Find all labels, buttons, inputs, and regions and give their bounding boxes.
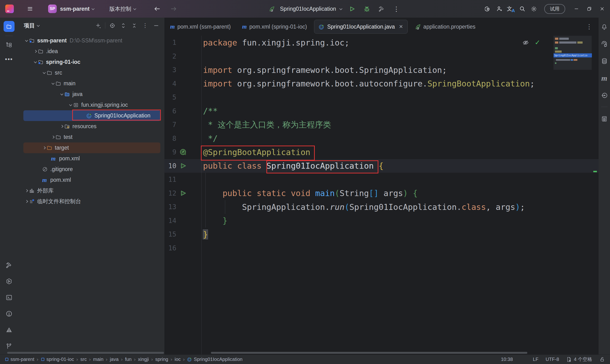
caret-position[interactable]: 10:38 bbox=[501, 357, 513, 362]
indent-setting[interactable]: 4 个空格 bbox=[566, 356, 592, 363]
tree-item-resources[interactable]: resources bbox=[23, 121, 160, 132]
maven-tool-icon[interactable]: m bbox=[599, 73, 610, 83]
project-tool-button[interactable] bbox=[4, 21, 14, 32]
code-line-12[interactable]: 12 public static void main(String[] args… bbox=[164, 186, 598, 200]
options-kebab-icon[interactable]: ⋮ bbox=[141, 21, 149, 29]
code-line-14[interactable]: 14 } bbox=[164, 214, 598, 228]
breadcrumb-ioc[interactable]: ioc bbox=[175, 357, 181, 362]
tree-chevron-icon[interactable] bbox=[59, 93, 64, 95]
file-encoding[interactable]: UTF-8 bbox=[546, 357, 559, 362]
editor-hscrollbar[interactable] bbox=[211, 352, 527, 354]
tab-options-kebab-icon[interactable]: ⋮ bbox=[586, 23, 598, 30]
more-tools-icon[interactable]: ••• bbox=[5, 55, 13, 63]
locate-file-icon[interactable] bbox=[108, 21, 116, 29]
tree-item-spring-01-ioc[interactable]: spring-01-ioc bbox=[23, 57, 160, 67]
breadcrumb-spring-01-ioc[interactable]: spring-01-ioc bbox=[41, 357, 74, 362]
tree-chevron-icon[interactable] bbox=[50, 82, 55, 85]
tree-item-test[interactable]: test bbox=[23, 132, 160, 143]
back-button[interactable] bbox=[153, 4, 162, 13]
debug-button[interactable] bbox=[362, 4, 372, 13]
notifications-bell-icon[interactable] bbox=[599, 21, 610, 32]
trial-badge[interactable]: 试用 bbox=[544, 4, 565, 14]
tree-chevron-icon[interactable] bbox=[59, 125, 64, 128]
tree-chevron-icon[interactable] bbox=[68, 104, 73, 106]
tree-item-ssm-parent[interactable]: ssm-parentD:\0-SSM\ssm-parent bbox=[23, 35, 160, 46]
tree-item-pom-xml[interactable]: mpom.xml bbox=[23, 153, 160, 164]
project-name[interactable]: ssm-parent bbox=[60, 6, 90, 12]
lock-icon[interactable] bbox=[599, 356, 605, 362]
minimap[interactable]: Spring01IocApplicatio bbox=[553, 36, 592, 70]
code-line-6[interactable]: 6/** bbox=[164, 104, 598, 118]
git-branch-icon[interactable] bbox=[4, 341, 14, 351]
tree-item-pom-xml[interactable]: mpom.xml bbox=[23, 175, 160, 185]
tree-chevron-icon[interactable] bbox=[50, 136, 55, 138]
tree-chevron-icon[interactable] bbox=[24, 200, 29, 203]
services-tool-button[interactable] bbox=[4, 276, 14, 287]
forward-button[interactable] bbox=[169, 4, 178, 13]
dependencies-tool-icon[interactable] bbox=[599, 90, 610, 101]
tree-item-临时文件和控制台[interactable]: 临时文件和控制台 bbox=[23, 196, 160, 207]
spring-bean-gutter-icon[interactable] bbox=[176, 149, 201, 156]
code-line-4[interactable]: 4import org.springframework.boot.autocon… bbox=[164, 77, 598, 91]
tree-item-idea[interactable]: .idea bbox=[23, 46, 160, 57]
code-line-2[interactable]: 2 bbox=[164, 50, 598, 63]
code-line-13[interactable]: 13 SpringApplication.run(Spring01IocAppl… bbox=[164, 200, 598, 214]
project-panel-title[interactable]: 项目 bbox=[24, 22, 35, 29]
expand-all-icon[interactable] bbox=[119, 21, 127, 29]
search-everywhere-icon[interactable] bbox=[518, 4, 527, 13]
tree-item-fun-xingji-spring-ioc[interactable]: fun.xingji.spring.ioc bbox=[23, 100, 160, 110]
code-line-11[interactable]: 11 bbox=[164, 173, 598, 186]
tree-item-target[interactable]: target bbox=[23, 143, 160, 153]
breadcrumb-java[interactable]: java bbox=[110, 357, 119, 362]
project-hscrollbar[interactable] bbox=[7, 352, 164, 354]
settings-gear-icon[interactable] bbox=[529, 4, 539, 13]
tree-chevron-icon[interactable] bbox=[33, 61, 38, 63]
breadcrumb-main[interactable]: main bbox=[93, 357, 104, 362]
tree-item-main[interactable]: main bbox=[23, 78, 160, 89]
tree-item-外部库[interactable]: 外部库 bbox=[23, 185, 160, 196]
code-editor[interactable]: 1package fun.xingji.spring.ioc;23import … bbox=[164, 36, 598, 354]
collapse-all-icon[interactable] bbox=[130, 21, 138, 29]
vcs-menu[interactable]: 版本控制 bbox=[109, 5, 131, 13]
tree-chevron-icon[interactable] bbox=[33, 50, 38, 52]
code-line-5[interactable]: 5 bbox=[164, 91, 598, 104]
breadcrumb-src[interactable]: src bbox=[80, 357, 87, 362]
reader-mode-eye-icon[interactable] bbox=[522, 39, 529, 46]
dictionary-tool-icon[interactable] bbox=[599, 114, 610, 124]
tab-pom-xml-spring-01-ioc[interactable]: mpom.xml (spring-01-ioc) bbox=[236, 18, 313, 36]
tree-item-java[interactable]: java bbox=[23, 89, 160, 100]
breadcrumb-spring01iocapplication[interactable]: Spring01IocApplication bbox=[187, 357, 243, 362]
more-actions-icon[interactable]: ⋮ bbox=[391, 4, 401, 13]
run-gutter-icon[interactable] bbox=[176, 162, 201, 169]
inspection-widget[interactable]: ✓ bbox=[522, 39, 540, 46]
ai-assistant-icon[interactable] bbox=[483, 4, 493, 13]
terminal-tool-button[interactable] bbox=[4, 292, 14, 303]
run-gutter-icon[interactable] bbox=[176, 190, 201, 196]
tree-item-spring01iocapplication[interactable]: Spring01IocApplication bbox=[23, 110, 160, 121]
problems-tool-button[interactable] bbox=[4, 308, 14, 319]
code-with-me-icon[interactable] bbox=[495, 4, 504, 13]
code-line-16[interactable]: 16 bbox=[164, 241, 598, 255]
run-configuration[interactable]: Spring01IocApplication bbox=[280, 6, 336, 12]
tree-item-gitignore[interactable]: .gitignore bbox=[23, 164, 160, 175]
tab-application-properties[interactable]: application.properties bbox=[409, 18, 481, 36]
run-button[interactable] bbox=[347, 4, 357, 13]
code-line-10[interactable]: 10public class Spring01IocApplication { bbox=[164, 159, 598, 173]
project-avatar[interactable]: SP bbox=[48, 4, 57, 13]
breadcrumb-xingji[interactable]: xingji bbox=[138, 357, 149, 362]
tree-item-src[interactable]: src bbox=[23, 67, 160, 78]
close-button[interactable] bbox=[597, 3, 608, 14]
microsoft-ime-icon[interactable] bbox=[520, 357, 526, 362]
structure-tool-button[interactable] bbox=[4, 39, 14, 50]
hide-panel-icon[interactable] bbox=[152, 21, 160, 29]
code-line-8[interactable]: 8 */ bbox=[164, 132, 598, 145]
minimize-button[interactable] bbox=[571, 3, 582, 14]
ai-chat-icon[interactable] bbox=[599, 39, 610, 49]
translate-icon[interactable]: 文A bbox=[506, 4, 516, 13]
warnings-icon[interactable] bbox=[4, 325, 14, 335]
code-line-7[interactable]: 7 * 这个是主入口类，称为主程序类 bbox=[164, 118, 598, 132]
no-problems-check-icon[interactable]: ✓ bbox=[535, 39, 540, 46]
restore-button[interactable] bbox=[584, 3, 595, 14]
tree-chevron-icon[interactable] bbox=[24, 190, 29, 192]
breadcrumb-fun[interactable]: fun bbox=[125, 357, 131, 362]
